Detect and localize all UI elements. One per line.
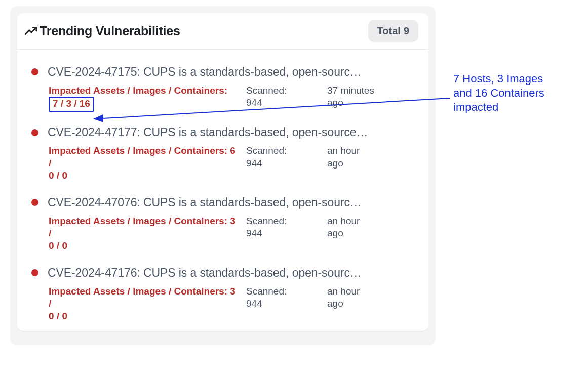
time-line: an hour	[327, 145, 398, 157]
vulnerability-item[interactable]: CVE-2024-47177: CUPS is a standards-base…	[26, 116, 419, 186]
scanned-block: Scanned:944	[246, 85, 317, 109]
trending-up-icon	[24, 25, 37, 38]
severity-dot-icon	[31, 199, 38, 206]
impacted-counts: 7 / 3 / 16	[49, 97, 94, 112]
time-line: ago	[327, 227, 398, 240]
scanned-block: Scanned:944	[246, 145, 317, 170]
scanned-value: 944	[246, 97, 317, 109]
annotation-callout: 7 Hosts, 3 Images and 16 Containers impa…	[453, 72, 580, 114]
vuln-row-main: CVE-2024-47076: CUPS is a standards-base…	[29, 195, 416, 210]
annotation-line: impacted	[453, 100, 580, 114]
scan-time: 37 minutesago	[327, 85, 398, 109]
scanned-value: 944	[246, 227, 317, 240]
vuln-row-main: CVE-2024-47177: CUPS is a standards-base…	[29, 125, 416, 140]
impacted-assets: Impacted Assets / Images / Containers: 6…	[49, 145, 236, 182]
impacted-assets: Impacted Assets / Images / Containers:7 …	[49, 85, 236, 112]
vuln-row-meta: Impacted Assets / Images / Containers: 3…	[29, 215, 416, 253]
impacted-label: Impacted Assets / Images / Containers: 3…	[49, 216, 236, 239]
vulnerability-item[interactable]: CVE-2024-47176: CUPS is a standards-base…	[26, 257, 419, 327]
vuln-row-meta: Impacted Assets / Images / Containers: 3…	[29, 285, 416, 323]
scanned-value: 944	[246, 298, 317, 310]
scanned-value: 944	[246, 157, 317, 170]
scanned-label: Scanned:	[246, 145, 317, 157]
total-value: 9	[404, 25, 409, 37]
vuln-row-main: CVE-2024-47175: CUPS is a standards-base…	[29, 65, 416, 79]
scanned-block: Scanned:944	[246, 215, 317, 240]
time-line: an hour	[327, 215, 398, 228]
annotation-line: and 16 Containers	[453, 86, 580, 100]
impacted-counts: 0 / 0	[49, 170, 69, 182]
time-line: ago	[327, 298, 398, 310]
impacted-label: Impacted Assets / Images / Containers: 6…	[49, 145, 236, 169]
severity-dot-icon	[31, 129, 38, 136]
annotation-line: 7 Hosts, 3 Images	[453, 72, 580, 86]
card-title: Trending Vulnerabilities	[40, 24, 180, 38]
vulnerability-title[interactable]: CVE-2024-47076: CUPS is a standards-base…	[48, 195, 416, 210]
card-header: Trending Vulnerabilities Total 9	[17, 13, 428, 50]
vulnerability-title[interactable]: CVE-2024-47177: CUPS is a standards-base…	[48, 125, 416, 140]
card-outer: Trending Vulnerabilities Total 9 CVE-202…	[10, 6, 436, 345]
vulnerability-list: CVE-2024-47175: CUPS is a standards-base…	[17, 50, 428, 331]
scanned-label: Scanned:	[246, 85, 317, 97]
time-line: ago	[327, 157, 398, 170]
scanned-label: Scanned:	[246, 215, 317, 228]
impacted-assets: Impacted Assets / Images / Containers: 3…	[49, 285, 236, 323]
page-root: Trending Vulnerabilities Total 9 CVE-202…	[0, 0, 588, 378]
vuln-row-meta: Impacted Assets / Images / Containers: 6…	[29, 145, 416, 182]
impacted-label: Impacted Assets / Images / Containers: 3…	[49, 286, 236, 309]
card-title-wrap: Trending Vulnerabilities	[24, 24, 180, 38]
scan-time: an hourago	[327, 215, 398, 240]
vulnerability-title[interactable]: CVE-2024-47176: CUPS is a standards-base…	[48, 266, 416, 280]
impacted-assets: Impacted Assets / Images / Containers: 3…	[49, 215, 236, 253]
vulnerability-item[interactable]: CVE-2024-47076: CUPS is a standards-base…	[26, 186, 419, 257]
total-label: Total	[377, 25, 401, 37]
scanned-block: Scanned:944	[246, 285, 317, 310]
severity-dot-icon	[31, 68, 38, 75]
trending-vulnerabilities-card: Trending Vulnerabilities Total 9 CVE-202…	[17, 13, 428, 331]
severity-dot-icon	[31, 269, 38, 276]
impacted-counts: 0 / 0	[49, 240, 69, 253]
scanned-label: Scanned:	[246, 285, 317, 298]
time-line: ago	[327, 97, 398, 109]
impacted-counts: 0 / 0	[49, 310, 69, 323]
vuln-row-main: CVE-2024-47176: CUPS is a standards-base…	[29, 266, 416, 280]
vulnerability-item[interactable]: CVE-2024-47175: CUPS is a standards-base…	[26, 56, 419, 116]
vulnerability-title[interactable]: CVE-2024-47175: CUPS is a standards-base…	[48, 65, 416, 79]
scan-time: an hourago	[327, 285, 398, 310]
vuln-row-meta: Impacted Assets / Images / Containers:7 …	[29, 85, 416, 112]
time-line: 37 minutes	[327, 85, 398, 97]
impacted-label: Impacted Assets / Images / Containers:	[49, 85, 227, 96]
total-badge: Total 9	[368, 20, 418, 42]
scan-time: an hourago	[327, 145, 398, 170]
time-line: an hour	[327, 285, 398, 298]
